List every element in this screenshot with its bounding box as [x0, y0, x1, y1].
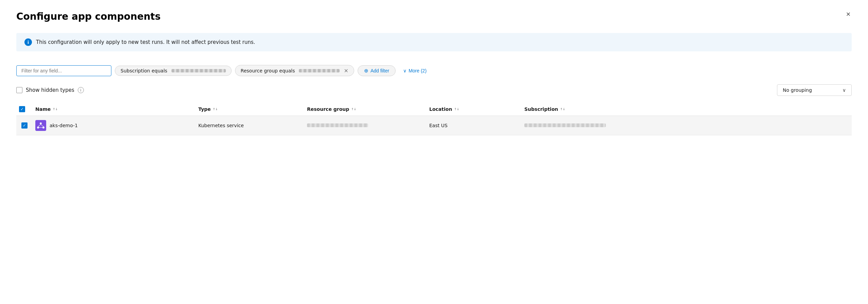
resource-group-filter-tag[interactable]: Resource group equals × — [235, 65, 354, 76]
banner-text: This configuration will only apply to ne… — [36, 39, 255, 45]
col-location-sort-icon[interactable]: ↑↓ — [454, 108, 459, 111]
svg-rect-0 — [35, 120, 46, 131]
row-location: East US — [429, 123, 448, 128]
filter-input[interactable] — [16, 65, 111, 76]
row-checkbox-cell: ✓ — [16, 118, 33, 133]
select-all-checkbox[interactable]: ✓ — [19, 106, 25, 112]
resource-group-filter-label: Resource group equals — [241, 68, 295, 73]
grouping-label: No grouping — [783, 87, 812, 93]
col-type[interactable]: Type ↑↓ — [196, 106, 304, 112]
chevron-down-icon: ∨ — [403, 68, 406, 73]
options-row: Show hidden types i No grouping ∨ — [16, 84, 852, 96]
row-resource-group — [307, 123, 368, 127]
resources-table: ✓ Name ↑↓ Type ↑↓ Resource group ↑↓ Loca… — [16, 103, 852, 135]
row-resource-group-cell — [304, 119, 427, 132]
col-type-label: Type — [198, 106, 211, 112]
add-filter-icon: ⊕ — [364, 68, 368, 74]
row-subscription-cell — [522, 119, 852, 132]
row-location-cell: East US — [427, 119, 522, 132]
aks-service-icon — [35, 120, 46, 131]
col-resource-group-sort-icon[interactable]: ↑↓ — [351, 108, 356, 111]
col-name-label: Name — [35, 106, 51, 112]
more-label: More (2) — [409, 68, 427, 73]
col-location[interactable]: Location ↑↓ — [427, 106, 522, 112]
resource-group-filter-value — [299, 69, 340, 72]
show-hidden-types-info-icon[interactable]: i — [78, 87, 84, 93]
col-subscription-sort-icon[interactable]: ↑↓ — [560, 108, 565, 111]
more-button[interactable]: ∨ More (2) — [403, 68, 427, 73]
row-type-cell: Kubernetes service — [196, 119, 304, 132]
grouping-chevron-icon: ∨ — [843, 87, 846, 93]
svg-point-1 — [40, 122, 42, 124]
col-subscription[interactable]: Subscription ↑↓ — [522, 106, 852, 112]
row-checkbox[interactable]: ✓ — [21, 122, 28, 129]
subscription-filter-tag[interactable]: Subscription equals — [115, 66, 232, 76]
row-name-cell: aks-demo-1 — [33, 116, 196, 135]
grouping-select[interactable]: No grouping ∨ — [777, 84, 852, 96]
dialog-title: Configure app components — [16, 11, 852, 22]
col-name[interactable]: Name ↑↓ — [33, 106, 196, 112]
col-location-label: Location — [429, 106, 452, 112]
col-subscription-label: Subscription — [524, 106, 558, 112]
info-icon: i — [24, 38, 32, 46]
close-button[interactable]: × — [842, 8, 854, 20]
add-filter-label: Add filter — [370, 68, 389, 73]
add-filter-button[interactable]: ⊕ Add filter — [358, 65, 396, 76]
table-row[interactable]: ✓ aks-demo-1 Kubernetes service — [16, 116, 852, 135]
show-hidden-types-text: Show hidden types — [26, 87, 74, 93]
show-hidden-types-checkbox[interactable] — [16, 87, 22, 93]
info-banner: i This configuration will only apply to … — [16, 33, 852, 51]
row-name: aks-demo-1 — [50, 123, 78, 128]
row-type: Kubernetes service — [198, 123, 244, 128]
filter-bar: Subscription equals Resource group equal… — [16, 65, 852, 76]
col-type-sort-icon[interactable]: ↑↓ — [213, 108, 218, 111]
col-name-sort-icon[interactable]: ↑↓ — [53, 108, 58, 111]
col-checkbox: ✓ — [16, 106, 33, 112]
configure-dialog: × Configure app components i This config… — [0, 0, 868, 304]
remove-resource-group-filter-icon[interactable]: × — [344, 67, 348, 74]
col-resource-group[interactable]: Resource group ↑↓ — [304, 106, 427, 112]
subscription-filter-value — [171, 69, 226, 72]
subscription-filter-label: Subscription equals — [121, 68, 167, 73]
show-hidden-types-label[interactable]: Show hidden types i — [16, 87, 84, 93]
col-resource-group-label: Resource group — [307, 106, 349, 112]
close-icon: × — [846, 10, 851, 19]
row-subscription — [524, 123, 606, 127]
table-header: ✓ Name ↑↓ Type ↑↓ Resource group ↑↓ Loca… — [16, 103, 852, 116]
